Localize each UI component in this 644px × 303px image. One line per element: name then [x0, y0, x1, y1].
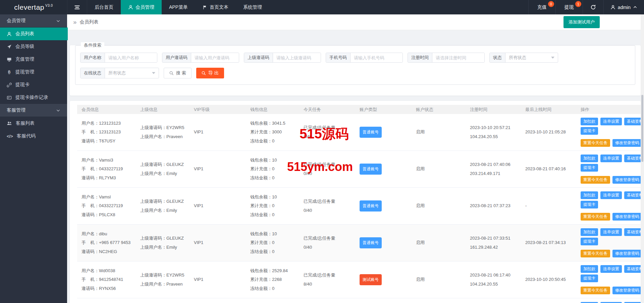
table-row: 用户名：Wd0038手 机：9412548741邀请码：RYNX56上级邀请码：…: [77, 261, 641, 298]
change-login-password-button[interactable]: 修改登录密码: [612, 213, 641, 221]
refresh-icon: [590, 4, 596, 10]
withdraw-card-button[interactable]: 提现卡: [581, 164, 598, 172]
app-version: V3.0: [45, 4, 53, 7]
action-line: 加扣款连单设置基础资料: [581, 155, 641, 162]
search-field-select[interactable]: 所有状态: [505, 53, 558, 62]
reset-today-task-button[interactable]: 重置今天任务: [581, 287, 610, 294]
scrollbar-thumb[interactable]: [641, 95, 643, 162]
sidebar-item-withdraw-card[interactable]: 提现卡: [0, 78, 67, 91]
parent-info-cell-line: 上级用户名：Emily: [140, 243, 188, 252]
chain-order-setting-button[interactable]: 连单设置: [600, 265, 622, 273]
reset-today-task-button[interactable]: 重置今天任务: [581, 176, 610, 184]
search-field-user-invite-code[interactable]: 用户邀请码: [162, 53, 239, 63]
sidebar-item-recharge-management[interactable]: 充值管理: [0, 53, 67, 66]
sidebar: 会员管理会员列表会员等级充值管理B提现管理提现卡提现卡操作记录客服管理客服列表<…: [0, 14, 67, 303]
sidebar-item-member-level[interactable]: 会员等级: [0, 40, 67, 53]
search-field-input[interactable]: [273, 53, 321, 62]
sidebar-group-member-management[interactable]: 会员管理: [0, 14, 67, 27]
search-field-username[interactable]: 用户名称: [80, 53, 157, 63]
search-field-phone[interactable]: 手机号码: [326, 53, 403, 63]
sidebar-toggle-button[interactable]: [67, 0, 87, 14]
add-deduct-button[interactable]: 加扣款: [581, 155, 598, 162]
reset-today-task-button[interactable]: 重置今天任务: [581, 139, 610, 147]
nav-tab-system[interactable]: 系统管理: [236, 0, 269, 14]
nav-tab-members[interactable]: 会员管理: [121, 0, 162, 14]
withdraw-card-button[interactable]: 提现卡: [581, 127, 598, 135]
action-line: 加扣款连单设置基础资料: [581, 118, 641, 125]
wallet-info-cell-line: 钱包余额：10: [250, 156, 298, 165]
admin-menu[interactable]: admin: [603, 0, 644, 14]
register-time-cell: 2023-08-21 07:33:51161.29.248.42: [466, 231, 521, 254]
change-login-password-button[interactable]: 修改登录密码: [612, 176, 641, 184]
chain-order-setting-button[interactable]: 连单设置: [600, 191, 622, 199]
add-deduct-button[interactable]: 加扣款: [581, 191, 598, 199]
parent-info-cell-line: 上级用户名：Praveen: [140, 280, 188, 289]
basic-info-button[interactable]: 基础资料: [624, 191, 641, 199]
search-field-status[interactable]: 状态所有状态: [489, 53, 558, 63]
search-field-parent-invite-code[interactable]: 上级邀请码: [244, 53, 321, 63]
caret-down-icon: [551, 57, 554, 59]
add-deduct-button[interactable]: 加扣款: [581, 118, 598, 125]
add-deduct-button[interactable]: 加扣款: [581, 265, 598, 273]
recharge-link[interactable]: 充值 0: [528, 0, 555, 14]
sidebar-item-withdraw-management[interactable]: B提现管理: [0, 66, 67, 78]
last-online-cell-line: -: [525, 201, 575, 210]
search-field-input[interactable]: [105, 53, 157, 62]
nav-tab-app-menu[interactable]: APP菜单: [162, 0, 195, 14]
rocket-icon: [7, 44, 12, 49]
basic-info-button[interactable]: 基础资料: [624, 155, 641, 162]
sidebar-item-service-list[interactable]: 客服列表: [0, 117, 67, 130]
withdraw-card-button[interactable]: 提现卡: [581, 238, 598, 245]
column-header: VIP等级: [190, 107, 246, 113]
chain-order-setting-button[interactable]: 连单设置: [600, 155, 622, 162]
reset-today-task-button[interactable]: 重置今天任务: [581, 250, 610, 257]
member-info-cell-line: 用户名：Wd0038: [82, 266, 135, 276]
search-field-input[interactable]: [351, 53, 402, 62]
action-line: 加扣款连单设置基础资料: [581, 265, 641, 273]
change-login-password-button[interactable]: 修改登录密码: [612, 287, 641, 294]
add-deduct-button[interactable]: 加扣款: [581, 228, 598, 236]
action-line: 提现卡: [581, 164, 641, 172]
account-type-cell: 普通账号: [355, 235, 412, 251]
task-cell-line: 已完成/总任务量: [304, 197, 354, 206]
sidebar-item-member-list[interactable]: 会员列表: [0, 27, 68, 40]
refresh-button[interactable]: [583, 0, 603, 14]
nav-tab-dashboard[interactable]: 后台首页: [87, 0, 121, 14]
sidebar-item-service-code[interactable]: </>客服代码: [0, 130, 67, 142]
chain-order-setting-button[interactable]: 连单设置: [600, 118, 622, 125]
search-field-register-time[interactable]: 注册时间: [408, 53, 485, 63]
parent-info-cell-line: 上级邀请码：EY2WR5: [140, 123, 188, 132]
search-field-input[interactable]: [191, 53, 239, 62]
chain-order-setting-button[interactable]: 连单设置: [600, 228, 622, 236]
change-login-password-button[interactable]: 修改登录密码: [612, 139, 641, 147]
withdraw-card-button[interactable]: 提现卡: [581, 201, 598, 208]
basic-info-button[interactable]: 基础资料: [624, 118, 641, 125]
account-status-cell-line: 启用: [416, 275, 464, 284]
search-button[interactable]: 搜 索: [164, 68, 192, 78]
withdraw-card-button[interactable]: 提现卡: [581, 275, 598, 282]
change-login-password-button[interactable]: 修改登录密码: [612, 250, 641, 257]
search-icon: [201, 71, 206, 75]
basic-info-button[interactable]: 基础资料: [624, 265, 641, 273]
add-test-user-button[interactable]: 添加测试用户: [564, 16, 600, 28]
export-button[interactable]: 导 出: [196, 68, 224, 78]
basic-info-button[interactable]: 基础资料: [624, 228, 641, 236]
withdraw-link[interactable]: 提现 1: [555, 0, 583, 14]
task-cell: 已完成/总任务量3/40: [299, 121, 355, 144]
wallet-info-cell-line: 钱包余额：2529.84: [250, 266, 298, 276]
search-field-input[interactable]: [432, 53, 484, 62]
vip-level-cell: VIP1: [190, 272, 246, 287]
column-header: 最后上线时间: [521, 107, 576, 113]
nav-tab-label: 后台首页: [95, 4, 113, 10]
search-panel: 条件搜索 用户名称用户邀请码上级邀请码手机号码注册时间状态所有状态 在线状态 所…: [70, 45, 641, 96]
parent-info-cell-line: 上级邀请码：GLEUKZ: [140, 160, 188, 169]
actions-cell: 加扣款连单设置基础资料提现卡重置今天任务修改登录密码: [576, 298, 641, 303]
sidebar-item-withdraw-card-log[interactable]: 提现卡操作记录: [0, 91, 67, 104]
account-type-badge: 普通账号: [360, 164, 382, 175]
online-status-field[interactable]: 在线状态 所有状态: [80, 68, 159, 78]
nav-tab-label: APP菜单: [169, 4, 188, 10]
search-field-value: 所有状态: [509, 55, 526, 61]
sidebar-group-service-management[interactable]: 客服管理: [0, 104, 67, 117]
nav-tab-home-text[interactable]: 首页文本: [195, 0, 236, 14]
reset-today-task-button[interactable]: 重置今天任务: [581, 213, 610, 221]
